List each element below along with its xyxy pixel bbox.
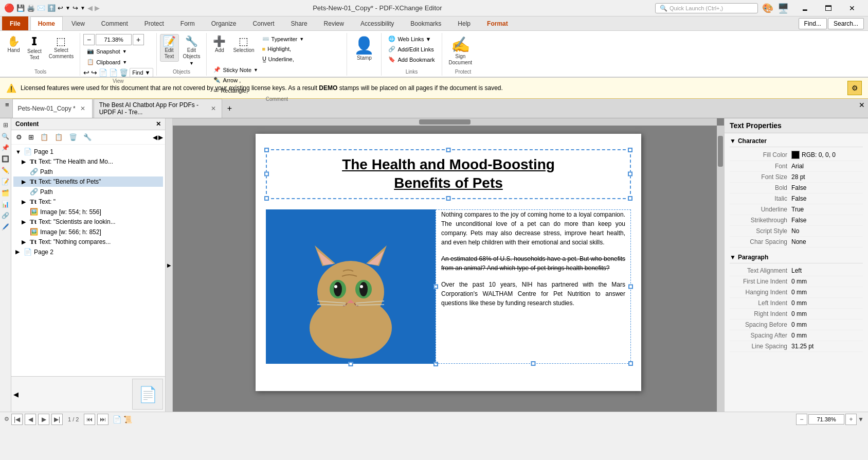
redo-icon[interactable]: ↪ [73,4,78,12]
save-icon[interactable]: 💾 [16,4,25,12]
content-nav-left[interactable]: ◀ [13,391,19,398]
sticky-note-button[interactable]: 📌 Sticky Note ▼ [210,65,262,75]
stamp-button[interactable]: 👤 Stamp [350,34,378,63]
content-scroll-right[interactable]: ▶ [158,134,163,141]
expand4-icon[interactable]: ▶ [22,219,28,225]
tab-format[interactable]: Format [479,16,516,30]
panel-collapse-button[interactable]: ▶ [166,118,173,412]
zoom-out-button[interactable]: − [83,34,95,45]
expand2-icon[interactable]: ▶ [22,179,28,185]
tab-file[interactable]: File [2,16,28,30]
snapshot-button[interactable]: 📷 Snapshot ▼ [83,46,130,56]
handle-bm[interactable] [446,196,451,201]
pdf-viewer[interactable]: The Health and Mood-Boosting Benefits of… [173,118,724,412]
sign-document-button[interactable]: ✍️ SignDocument [445,34,476,67]
tool-icon-6[interactable]: 📝 [1,177,10,186]
tab-convert[interactable]: Convert [245,16,282,30]
content-tool-3[interactable]: 📋 [38,132,51,143]
prev-page-button[interactable]: ◀ [25,414,36,425]
panel-toggle-icon[interactable]: ≡ [2,99,12,118]
content-tool-1[interactable]: ⚙ [13,132,25,143]
tool-icon-2[interactable]: 🔍 [1,132,10,141]
web-links-button[interactable]: 🌐 Web Links ▼ [385,34,438,44]
email-icon[interactable]: ✉️ [37,4,45,12]
clipboard-dropdown[interactable]: ▼ [122,60,127,65]
scroll-mode-icon[interactable]: 📜 [123,415,132,423]
tool-icon-8[interactable]: 📊 [1,200,10,209]
handle-tm[interactable] [446,148,451,152]
handle-bl[interactable] [264,196,269,201]
tab-help[interactable]: Help [450,16,478,30]
tree-item-page2[interactable]: ▶ 📄 Page 2 [13,247,163,257]
print-icon[interactable]: 🖨️ [27,4,35,12]
expand-icon[interactable]: ▼ [15,149,22,155]
tree-item-text5[interactable]: ▶ Tt Text: "Nothing compares... [13,237,163,247]
doc-tab-0[interactable]: Pets-New-01_Copy * ✕ [12,99,93,118]
tab-view[interactable]: View [64,16,93,30]
find-in-view-button[interactable]: Find ▼ [130,68,153,77]
zoom-status-input[interactable] [808,414,844,424]
expand1-icon[interactable]: ▶ [22,158,28,165]
vertical-scrollbar[interactable] [717,126,724,412]
tab-share[interactable]: Share [283,16,315,30]
tab-organize[interactable]: Organize [204,16,244,30]
close-button[interactable]: ✕ [840,0,864,16]
first-page-button[interactable]: |◀ [11,414,23,425]
snapshot-dropdown[interactable]: ▼ [122,49,127,54]
content-tool-4[interactable]: 📋 [52,132,65,143]
maximize-button[interactable]: 🗖 [817,0,840,16]
content-tool-2[interactable]: ⊞ [26,132,37,143]
add-bookmark-button[interactable]: 🔖 Add Bookmark [385,55,438,64]
rotate2-icon[interactable]: ↪ [91,68,97,77]
last-page-button[interactable]: ▶| [51,414,63,425]
undo-dropdown-icon[interactable]: ▼ [65,5,70,11]
tab-bookmarks[interactable]: Bookmarks [403,16,449,30]
tool-icon-9[interactable]: 🔗 [1,211,10,220]
tree-item-image1[interactable]: 🖼️ Image [w: 554; h: 556] [13,207,163,217]
minimize-button[interactable]: 🗕 [793,0,817,16]
back-icon[interactable]: ◀ [87,4,93,12]
next-page-button[interactable]: ▶ [38,414,49,425]
page-icon[interactable]: 📄 [99,68,107,77]
page2-icon[interactable]: 📄 [109,68,118,77]
status-icon-1[interactable]: ⚙ [4,416,9,422]
content-tool-5[interactable]: 🗑️ [66,132,80,143]
upload-icon[interactable]: ⬆️ [47,4,56,12]
tool-icon-10[interactable]: 🖊️ [1,222,10,232]
undo-icon[interactable]: ↩ [58,4,63,12]
underline-button[interactable]: U̲ Underline, [259,54,308,64]
handle-br[interactable] [628,196,632,201]
tree-item-text2[interactable]: ▶ Tt Text: "Benefits of Pets" [13,176,163,187]
tool-icon-5[interactable]: ✏️ [1,166,10,175]
content-tool-6[interactable]: 🔧 [81,132,94,143]
paragraph-header[interactable]: ▼ Paragraph [730,252,863,263]
tree-item-text4[interactable]: ▶ Tt Text: "Scientists are lookin... [13,217,163,227]
redo-dropdown-icon[interactable]: ▼ [80,5,85,11]
zoom-in-button[interactable]: + [133,34,144,45]
find-button[interactable]: Find... [799,18,827,29]
handle-mr[interactable] [628,172,632,176]
zoom-input[interactable] [96,34,132,45]
forward-status-button[interactable]: ⏭ [97,414,109,425]
doc-tab-1-close[interactable]: ✕ [210,104,216,113]
expand5-icon[interactable]: ▶ [22,239,28,245]
img-handle-bm[interactable] [349,362,353,366]
quick-launch-input[interactable]: 🔍 Quick Launch (Ctrl+,) [655,3,758,13]
edit-objects-button[interactable]: 🔧 EditObjects ▼ [180,34,204,68]
arrow-button[interactable]: ✒️ Arrow , [210,75,262,85]
tree-item-path1[interactable]: 🔗 Path [13,167,163,176]
expand-page2[interactable]: ▶ [15,249,22,255]
properties-scroll[interactable]: ▼ Character Fill Color RGB: 0, 0, 0 Font… [725,133,868,412]
add-button[interactable]: ➕ Add [210,34,229,56]
handle-tr[interactable] [628,148,632,152]
vertical-scroll-thumb[interactable] [718,136,723,167]
text-handle-mr[interactable] [628,284,633,289]
content-scroll-left[interactable]: ◀ [153,134,157,141]
tool-icon-4[interactable]: 🔲 [1,154,10,164]
ui-icon[interactable]: 🎨 [762,3,773,14]
tab-accessibility[interactable]: Accessibility [353,16,402,30]
monitor-icon[interactable]: 🖥️ [777,3,789,14]
tree-item-page1[interactable]: ▼ 📄 Page 1 [13,147,163,156]
zoom-more-icon[interactable]: ▼ [858,416,864,423]
tab-comment[interactable]: Comment [94,16,136,30]
